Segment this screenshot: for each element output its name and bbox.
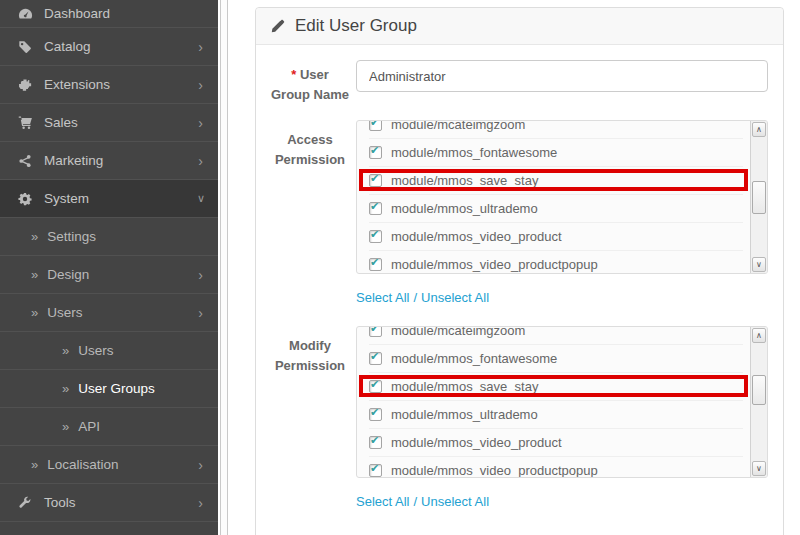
content-scrollbar[interactable] bbox=[220, 0, 228, 535]
permission-row[interactable]: ✔ module/mcateimgzoom bbox=[369, 326, 743, 345]
unselect-all-link[interactable]: Unselect All bbox=[421, 290, 489, 305]
permission-label: module/mmos_video_productpopup bbox=[391, 463, 598, 478]
checkbox-checked[interactable]: ✔ bbox=[369, 352, 382, 365]
sidebar-item-label: Users bbox=[78, 343, 113, 358]
scroll-up-icon: ∧ bbox=[756, 331, 762, 340]
permission-label: module/mmos_fontawesome bbox=[391, 351, 557, 366]
sidebar-item-label: System bbox=[44, 191, 89, 206]
chevron-right-icon: › bbox=[198, 154, 203, 168]
sidebar-item-api[interactable]: » API bbox=[0, 408, 218, 446]
double-angle-icon: » bbox=[31, 305, 38, 320]
checkbox-checked[interactable]: ✔ bbox=[369, 174, 382, 187]
scrollbar-thumb[interactable] bbox=[752, 181, 766, 214]
permission-row[interactable]: ✔ module/mmos_video_productpopup bbox=[369, 457, 743, 478]
check-icon: ✔ bbox=[370, 350, 379, 363]
permission-row[interactable]: ✔ module/mcateimgzoom bbox=[369, 120, 743, 139]
double-angle-icon: » bbox=[31, 457, 38, 472]
permission-row[interactable]: ✔ module/mmos_ultrademo bbox=[369, 401, 743, 429]
check-icon: ✔ bbox=[370, 326, 379, 335]
page-title: Edit User Group bbox=[295, 16, 417, 36]
permission-row[interactable]: ✔ module/mmos_video_product bbox=[369, 223, 743, 251]
sidebar-item-extensions[interactable]: Extensions › bbox=[0, 66, 218, 104]
list-scrollbar[interactable]: ∧ ∨ bbox=[750, 327, 767, 477]
sidebar: Dashboard Catalog › Extensions › Sales › bbox=[0, 0, 218, 535]
check-icon: ✔ bbox=[370, 172, 379, 185]
unselect-all-link[interactable]: Unselect All bbox=[421, 494, 489, 509]
sidebar-item-dashboard[interactable]: Dashboard bbox=[0, 0, 218, 28]
check-icon: ✔ bbox=[370, 120, 379, 129]
checkbox-checked[interactable]: ✔ bbox=[369, 120, 382, 131]
select-all-link[interactable]: Select All bbox=[356, 494, 409, 509]
scroll-down-icon: ∨ bbox=[756, 464, 762, 473]
checkbox-checked[interactable]: ✔ bbox=[369, 258, 382, 271]
scroll-down-button[interactable]: ∨ bbox=[752, 257, 766, 272]
chevron-right-icon: › bbox=[198, 116, 203, 130]
sidebar-item-tools[interactable]: Tools › bbox=[0, 484, 218, 522]
sidebar-item-label: Catalog bbox=[44, 39, 91, 54]
checkbox-checked[interactable]: ✔ bbox=[369, 380, 382, 393]
permission-row-highlighted[interactable]: ✔ module/mmos_save_stay bbox=[369, 167, 743, 195]
sidebar-item-label: Dashboard bbox=[44, 6, 110, 21]
permission-label: module/mmos_video_productpopup bbox=[391, 257, 598, 272]
permission-row[interactable]: ✔ module/mmos_video_product bbox=[369, 429, 743, 457]
link-separator: / bbox=[413, 494, 417, 509]
sidebar-item-label: Tools bbox=[44, 495, 76, 510]
permission-row[interactable]: ✔ module/mmos_ultrademo bbox=[369, 195, 743, 223]
modify-permission-list: ✔ module/mcateimgzoom ✔ module/mmos_font… bbox=[356, 326, 768, 478]
sidebar-item-system[interactable]: System ∨ bbox=[0, 180, 218, 218]
chevron-right-icon: › bbox=[198, 306, 203, 320]
checkbox-checked[interactable]: ✔ bbox=[369, 436, 382, 449]
required-marker: * bbox=[291, 67, 296, 82]
scrollbar-thumb[interactable] bbox=[752, 375, 766, 405]
label-text: User Group Name bbox=[271, 67, 349, 102]
permission-label: module/mmos_fontawesome bbox=[391, 145, 557, 160]
checkbox-checked[interactable]: ✔ bbox=[369, 230, 382, 243]
scroll-up-button[interactable]: ∧ bbox=[752, 122, 766, 137]
sidebar-item-user-groups[interactable]: » User Groups bbox=[0, 370, 218, 408]
select-all-link[interactable]: Select All bbox=[356, 290, 409, 305]
modify-permission-label: Modify Permission bbox=[271, 326, 349, 515]
list-scrollbar[interactable]: ∧ ∨ bbox=[750, 121, 767, 273]
permission-row[interactable]: ✔ module/mmos_video_productpopup bbox=[369, 251, 743, 274]
dashboard-icon bbox=[17, 6, 33, 21]
sidebar-item-settings[interactable]: » Settings bbox=[0, 218, 218, 256]
sidebar-item-label: Users bbox=[47, 305, 82, 320]
sidebar-item-users[interactable]: » Users › bbox=[0, 294, 218, 332]
access-select-links: Select All/Unselect All bbox=[356, 288, 768, 308]
sidebar-item-label: Design bbox=[47, 267, 89, 282]
double-angle-icon: » bbox=[31, 229, 38, 244]
puzzle-icon bbox=[17, 78, 33, 92]
sidebar-item-catalog[interactable]: Catalog › bbox=[0, 28, 218, 66]
check-icon: ✔ bbox=[370, 228, 379, 241]
double-angle-icon: » bbox=[31, 267, 38, 282]
chevron-down-icon: ∨ bbox=[197, 193, 205, 204]
access-permission-list: ✔ module/mcateimgzoom ✔ module/mmos_font… bbox=[356, 120, 768, 274]
chevron-right-icon: › bbox=[198, 458, 203, 472]
sidebar-item-users-sub[interactable]: » Users bbox=[0, 332, 218, 370]
checkbox-checked[interactable]: ✔ bbox=[369, 464, 382, 477]
sidebar-item-sales[interactable]: Sales › bbox=[0, 104, 218, 142]
checkbox-checked[interactable]: ✔ bbox=[369, 146, 382, 159]
checkbox-checked[interactable]: ✔ bbox=[369, 202, 382, 215]
scroll-down-button[interactable]: ∨ bbox=[752, 461, 766, 476]
permission-row[interactable]: ✔ module/mmos_fontawesome bbox=[369, 139, 743, 167]
checkbox-checked[interactable]: ✔ bbox=[369, 408, 382, 421]
scroll-up-button[interactable]: ∧ bbox=[752, 328, 766, 343]
checkbox-checked[interactable]: ✔ bbox=[369, 326, 382, 337]
sidebar-item-localisation[interactable]: » Localisation › bbox=[0, 446, 218, 484]
sidebar-item-label: Localisation bbox=[47, 457, 118, 472]
modify-select-links: Select All/Unselect All bbox=[356, 492, 768, 512]
gear-icon bbox=[17, 192, 33, 206]
user-group-name-input[interactable] bbox=[356, 60, 768, 92]
user-group-name-label: * User Group Name bbox=[271, 60, 349, 105]
permission-row-highlighted[interactable]: ✔ module/mmos_save_stay bbox=[369, 373, 743, 401]
permission-label: module/mmos_video_product bbox=[391, 229, 562, 244]
sidebar-item-marketing[interactable]: Marketing › bbox=[0, 142, 218, 180]
tag-icon bbox=[17, 40, 33, 54]
sidebar-item-label: Settings bbox=[47, 229, 96, 244]
edit-user-group-panel: Edit User Group * User Group Name Access… bbox=[255, 7, 784, 535]
chevron-right-icon: › bbox=[198, 78, 203, 92]
sidebar-item-design[interactable]: » Design › bbox=[0, 256, 218, 294]
permission-row[interactable]: ✔ module/mmos_fontawesome bbox=[369, 345, 743, 373]
pencil-icon bbox=[270, 19, 285, 34]
